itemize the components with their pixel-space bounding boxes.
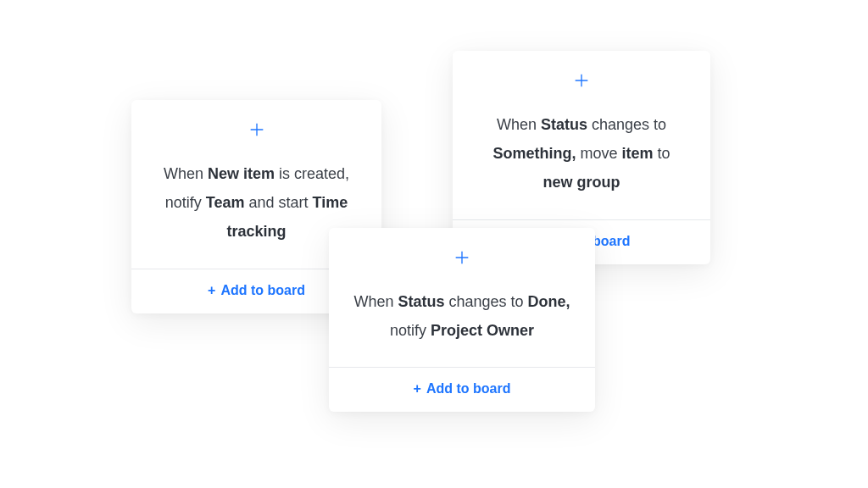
- add-to-board-label: Add to board: [220, 283, 305, 298]
- plus-icon: +: [208, 283, 215, 298]
- plus-icon: [248, 120, 266, 142]
- card-header: [329, 228, 595, 280]
- plus-icon: +: [414, 381, 421, 396]
- add-to-board-label: Add to board: [426, 381, 511, 396]
- automation-rule-text: When Status changes to Something, move i…: [453, 103, 710, 219]
- automation-rule-text: When Status changes to Done, notify Proj…: [329, 280, 595, 367]
- add-to-board-button[interactable]: + Add to board: [208, 283, 305, 298]
- add-to-board-button[interactable]: + Add to board: [414, 381, 511, 396]
- card-footer: + Add to board: [329, 367, 595, 412]
- card-header: [453, 51, 710, 103]
- plus-icon: [453, 248, 471, 270]
- plus-icon: [572, 71, 591, 93]
- card-header: [131, 100, 381, 152]
- automation-card: When Status changes to Done, notify Proj…: [329, 228, 595, 412]
